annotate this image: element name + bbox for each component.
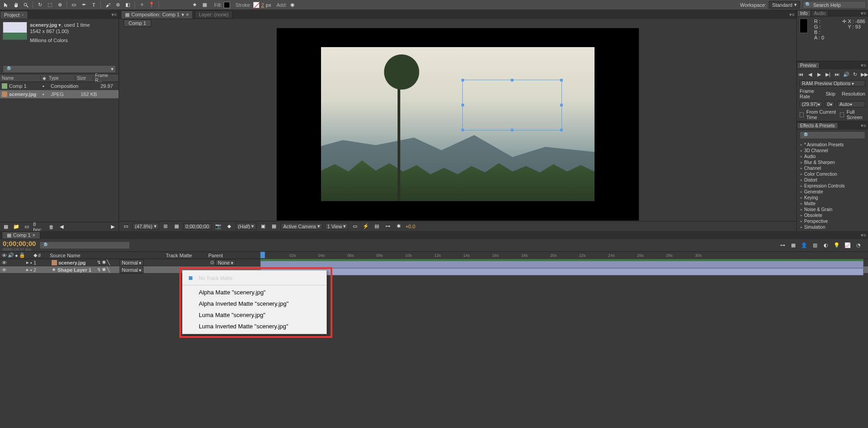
parent-dropdown[interactable]: None ▾: [216, 260, 235, 266]
auto-keyframe-icon[interactable]: ◔: [854, 241, 863, 250]
new-comp-icon[interactable]: ▭: [23, 223, 30, 231]
eraser-tool-icon[interactable]: ◧: [124, 1, 132, 9]
blend-mode-dropdown[interactable]: Normal ▾: [120, 260, 144, 266]
star-icon[interactable]: ★: [191, 1, 199, 9]
effects-category[interactable]: Perspective: [797, 218, 868, 224]
comp-subtab[interactable]: Comp 1: [124, 19, 151, 27]
panel-menu-icon[interactable]: ▾≡: [789, 12, 795, 18]
first-frame-icon[interactable]: ⏮: [798, 71, 804, 77]
brainstorm-icon[interactable]: 💡: [833, 241, 841, 250]
workspace-dropdown[interactable]: Standard▾: [769, 1, 800, 9]
brush-tool-icon[interactable]: 🖌: [104, 1, 112, 9]
timeline-tab[interactable]: ▦Comp 1×: [2, 231, 40, 239]
loop-icon[interactable]: ↻: [852, 71, 858, 77]
frame-blend-icon[interactable]: ▥: [811, 241, 819, 250]
effects-category[interactable]: Audio: [797, 154, 868, 159]
playhead[interactable]: [260, 252, 265, 258]
shy-icon[interactable]: 👤: [800, 241, 808, 250]
next-icon[interactable]: ▶: [109, 223, 117, 231]
rect-tool-icon[interactable]: ▭: [70, 1, 78, 9]
channel-icon[interactable]: ◆: [225, 222, 233, 231]
stroke-swatch[interactable]: [253, 2, 259, 8]
layer-bar-1[interactable]: [260, 261, 863, 268]
add-menu-icon[interactable]: ◉: [288, 1, 297, 9]
next-frame-icon[interactable]: ▶|: [825, 71, 831, 77]
time-display[interactable]: 0;00;00;00: [183, 223, 211, 230]
effects-category[interactable]: 3D Channel: [797, 148, 868, 154]
folder-icon[interactable]: 📁: [12, 223, 20, 231]
canvas[interactable]: [321, 47, 595, 201]
mask-toggle-icon[interactable]: ▦: [173, 222, 181, 231]
info-tab[interactable]: Info: [797, 10, 811, 17]
menu-item-luma-matte[interactable]: Luma Matte "scenery.jpg": [182, 309, 326, 321]
grid-toggle-icon[interactable]: ⊞: [162, 222, 170, 231]
clone-tool-icon[interactable]: ⊛: [114, 1, 122, 9]
ram-preview-icon[interactable]: ▶▶: [861, 71, 868, 77]
grid-icon[interactable]: ▦: [201, 1, 209, 9]
effects-category[interactable]: Simulation: [797, 224, 868, 230]
fill-swatch[interactable]: [224, 2, 230, 8]
transparency-icon[interactable]: ▦: [270, 222, 278, 231]
layer-tab[interactable]: Layer: (none): [195, 10, 232, 19]
effects-category[interactable]: * Animation Presets: [797, 142, 868, 148]
menu-item-luma-inverted[interactable]: Luma Inverted Matte "scenery.jpg": [182, 321, 326, 332]
project-item-comp[interactable]: Comp 1 ▪ Composition 29.97: [0, 82, 119, 90]
effects-tab[interactable]: Effects & Presets: [797, 122, 838, 129]
prev-frame-icon[interactable]: ◀: [807, 71, 813, 77]
selection-tool-icon[interactable]: [2, 1, 10, 9]
ram-options-dropdown[interactable]: RAM Preview Options ▾: [800, 80, 865, 87]
audio-tab[interactable]: Audio: [811, 10, 829, 17]
project-item-image[interactable]: scenery.jpg ▪ JPEG 162 KB: [0, 90, 119, 98]
camera-tool-icon[interactable]: ⬚: [46, 1, 54, 9]
roto-tool-icon[interactable]: ✧: [138, 1, 146, 9]
rotate-tool-icon[interactable]: ↻: [36, 1, 44, 9]
effects-category[interactable]: Blur & Sharpen: [797, 159, 868, 165]
current-timecode[interactable]: 0;00;00;00: [3, 240, 36, 247]
from-current-checkbox[interactable]: [800, 112, 804, 117]
fast-preview-icon[interactable]: ⚡: [362, 222, 370, 231]
effects-category[interactable]: Channel: [797, 165, 868, 171]
graph-editor-icon[interactable]: 📈: [844, 241, 852, 250]
framerate-dropdown[interactable]: (29.97)▾: [800, 101, 822, 107]
skip-dropdown[interactable]: 0▾: [825, 101, 834, 107]
flowchart-icon[interactable]: ⊶: [384, 222, 392, 231]
play-icon[interactable]: ▶: [816, 71, 822, 77]
effects-category[interactable]: Distort: [797, 177, 868, 183]
pixel-aspect-icon[interactable]: ▭: [351, 222, 359, 231]
resolution-dropdown[interactable]: (Half)▾: [236, 223, 257, 230]
res-dropdown[interactable]: Auto▾: [837, 101, 865, 107]
timeline-icon[interactable]: ▤: [373, 222, 381, 231]
blend-mode-dropdown[interactable]: Normal ▾: [120, 267, 144, 273]
interpret-icon[interactable]: ▦: [2, 223, 10, 231]
mute-icon[interactable]: 🔊: [843, 71, 849, 77]
pan-behind-tool-icon[interactable]: ⊕: [56, 1, 64, 9]
close-icon[interactable]: ×: [21, 13, 24, 17]
prev-icon[interactable]: ◀: [58, 223, 66, 231]
exposure-value[interactable]: +0.0: [405, 224, 415, 229]
menu-item-alpha-inverted[interactable]: Alpha Inverted Matte "scenery.jpg": [182, 298, 326, 309]
full-screen-checkbox[interactable]: [840, 112, 844, 117]
composition-tab[interactable]: ▦Composition: Comp 1▾×: [121, 10, 193, 19]
comp-mini-flowchart-icon[interactable]: ⊶: [778, 241, 786, 250]
view-dropdown[interactable]: 1 View▾: [325, 223, 349, 230]
text-tool-icon[interactable]: T: [90, 1, 98, 9]
motion-blur-icon[interactable]: ◐: [822, 241, 830, 250]
effects-category[interactable]: Matte: [797, 201, 868, 207]
roi-icon[interactable]: ▣: [259, 222, 267, 231]
panel-menu-icon[interactable]: ▾≡: [111, 12, 117, 18]
menu-item-no-track-matte[interactable]: No Track Matte: [182, 272, 326, 284]
pen-tool-icon[interactable]: ✒: [80, 1, 88, 9]
draft-3d-icon[interactable]: ▦: [789, 241, 797, 250]
bpc-button[interactable]: 8 bpc: [33, 221, 45, 232]
timeline-search-input[interactable]: 🔎: [39, 241, 130, 249]
project-search-input[interactable]: 🔎▾: [3, 65, 116, 73]
composition-viewer[interactable]: [119, 27, 796, 221]
effects-category[interactable]: Keying: [797, 195, 868, 201]
zoom-dropdown[interactable]: (47.8%)▾: [133, 223, 159, 230]
menu-item-alpha-matte[interactable]: Alpha Matte "scenery.jpg": [182, 287, 326, 298]
zoom-tool-icon[interactable]: [22, 1, 30, 9]
trash-icon[interactable]: 🗑: [48, 223, 55, 231]
effects-category[interactable]: Noise & Grain: [797, 207, 868, 212]
preview-tab[interactable]: Preview: [797, 62, 820, 69]
camera-dropdown[interactable]: Active Camera▾: [281, 223, 322, 230]
